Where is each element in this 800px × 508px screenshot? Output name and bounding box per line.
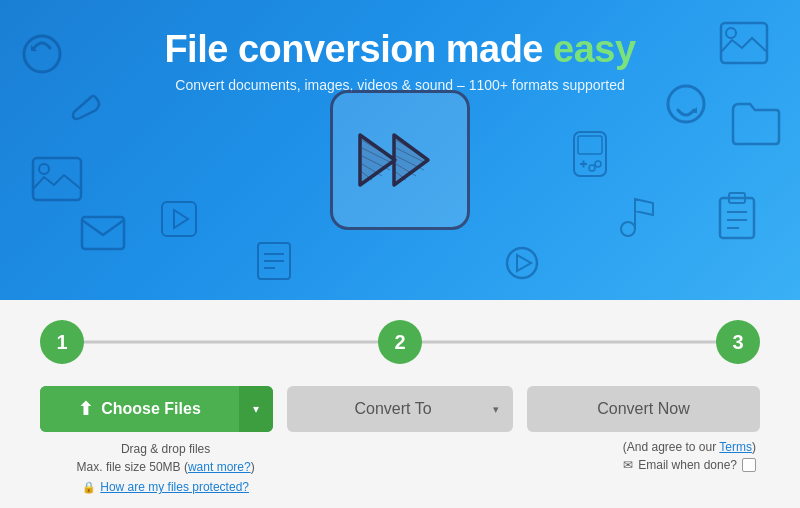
email-row: ✉ Email when done?: [291, 458, 756, 472]
convert-to-arrow-icon: ▾: [493, 403, 499, 416]
convert-to-dropdown[interactable]: Convert To ▾: [287, 386, 513, 432]
svg-point-20: [595, 161, 601, 167]
left-info: Drag & drop files Max. file size 50MB (w…: [40, 440, 291, 496]
svg-marker-31: [394, 135, 428, 185]
doodle-note: [255, 240, 293, 286]
hero-title-text: File conversion made: [164, 28, 553, 70]
doodle-play-right: [504, 245, 540, 285]
lock-icon: 🔒: [82, 479, 96, 496]
doodle-refresh-right: [662, 80, 710, 132]
agree-label: (And agree to our: [623, 440, 720, 454]
convert-to-label: Convert To: [301, 400, 485, 418]
svg-point-8: [726, 28, 736, 38]
svg-marker-25: [517, 255, 531, 271]
doodle-gameboy: [570, 130, 610, 182]
doodle-clipboard: [714, 190, 760, 246]
svg-rect-19: [578, 136, 602, 154]
hero-title-accent: easy: [553, 28, 636, 70]
svg-marker-6: [174, 210, 188, 228]
hero-section: File conversion made easy Convert docume…: [0, 0, 800, 300]
doodle-email: [80, 215, 126, 255]
max-size-text: Max. file size 50MB (want more?): [40, 458, 291, 476]
action-buttons-row: ⬆ Choose Files ▾ Convert To ▾ Convert No…: [40, 386, 760, 432]
info-row: Drag & drop files Max. file size 50MB (w…: [40, 440, 760, 496]
svg-point-21: [589, 165, 595, 171]
step-3-bubble: 3: [716, 320, 760, 364]
agree-close: ): [752, 440, 756, 454]
email-label: Email when done?: [638, 458, 737, 472]
lower-panel: 1 2 3 ⬆ Choose Files ▾ Convert To ▾ Conv…: [0, 300, 800, 508]
want-more-close: ): [251, 460, 255, 474]
chevron-down-icon: ▾: [253, 402, 259, 416]
agree-text: (And agree to our Terms): [291, 440, 756, 454]
protected-link[interactable]: How are my files protected?: [100, 478, 249, 496]
step-1-bubble: 1: [40, 320, 84, 364]
svg-rect-5: [162, 202, 196, 236]
doodle-image-right: [718, 20, 770, 70]
doodle-play-small: [160, 200, 198, 242]
choose-files-main[interactable]: ⬆ Choose Files: [40, 386, 239, 432]
terms-link[interactable]: Terms: [719, 440, 752, 454]
doodle-image-frame: [30, 155, 84, 207]
svg-point-9: [668, 86, 704, 122]
svg-point-16: [621, 222, 635, 236]
doodle-wrench: [68, 90, 104, 130]
choose-files-button[interactable]: ⬆ Choose Files ▾: [40, 386, 273, 432]
doodle-music: [617, 195, 655, 243]
svg-rect-2: [33, 158, 81, 200]
step-2-bubble: 2: [378, 320, 422, 364]
drag-drop-text: Drag & drop files: [40, 440, 291, 458]
right-info: (And agree to our Terms) ✉ Email when do…: [291, 440, 760, 472]
choose-files-dropdown[interactable]: ▾: [239, 386, 273, 432]
max-size-label: Max. file size 50MB (: [77, 460, 188, 474]
svg-marker-10: [691, 107, 697, 113]
convert-now-button[interactable]: Convert Now: [527, 386, 760, 432]
email-icon: ✉: [623, 458, 633, 472]
doodle-folder: [730, 100, 782, 150]
svg-rect-4: [82, 217, 124, 249]
steps-indicator: 1 2 3: [40, 320, 760, 364]
email-checkbox[interactable]: [742, 458, 756, 472]
doodle-refresh: [18, 30, 66, 82]
svg-point-3: [39, 164, 49, 174]
hero-title: File conversion made easy: [164, 28, 635, 71]
protection-row: 🔒 How are my files protected?: [40, 478, 291, 496]
svg-point-0: [24, 36, 60, 72]
choose-files-label: Choose Files: [101, 400, 201, 418]
app-logo: [330, 90, 470, 230]
want-more-link[interactable]: want more?: [188, 460, 251, 474]
upload-icon: ⬆: [78, 398, 93, 420]
